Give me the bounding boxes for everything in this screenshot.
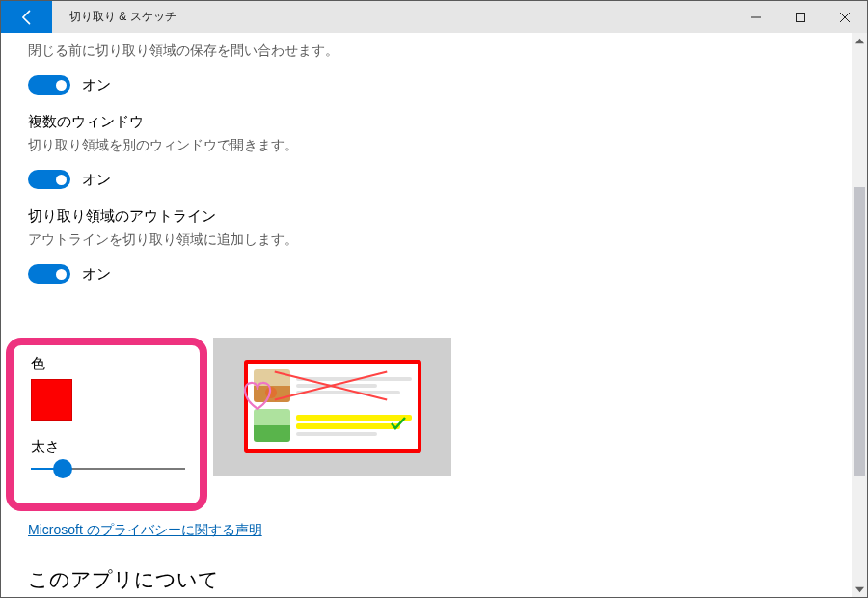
minimize-icon — [751, 13, 761, 22]
about-heading: このアプリについて — [28, 566, 852, 593]
svg-rect-0 — [797, 13, 805, 21]
chevron-up-icon — [855, 37, 864, 45]
confirm-save-description: 閉じる前に切り取り領域の保存を問い合わせます。 — [28, 41, 823, 61]
confirm-save-toggle-label: オン — [82, 76, 111, 95]
app-title: 切り取り & スケッチ — [52, 1, 734, 33]
preview-row-1 — [254, 367, 412, 404]
color-swatch[interactable] — [31, 379, 72, 421]
slider-thumb[interactable] — [53, 459, 72, 478]
close-icon — [840, 13, 850, 22]
window-controls — [734, 1, 867, 33]
color-label: 色 — [31, 355, 182, 373]
preview-thumb-icon — [254, 409, 290, 442]
multi-window-toggle-label: オン — [82, 171, 111, 189]
heart-icon — [238, 378, 277, 412]
scrollbar-thumb[interactable] — [854, 187, 865, 476]
preview-row-2 — [254, 407, 412, 444]
maximize-button[interactable] — [778, 1, 823, 33]
scroll-down-button[interactable] — [852, 582, 867, 597]
confirm-save-toggle[interactable] — [28, 75, 70, 95]
multi-window-description: 切り取り領域を別のウィンドウで開きます。 — [28, 135, 823, 155]
scroll-up-button[interactable] — [852, 33, 867, 48]
outline-toggle[interactable] — [28, 264, 70, 284]
outline-toggle-label: オン — [82, 265, 111, 284]
multi-window-toggle-row: オン — [28, 169, 823, 190]
privacy-statement-link[interactable]: Microsoft のプライバシーに関する声明 — [28, 522, 262, 539]
outline-style-highlight: 色 太さ — [6, 338, 207, 511]
chevron-down-icon — [855, 585, 864, 594]
outline-toggle-row: オン — [28, 263, 823, 285]
multi-window-heading: 複数のウィンドウ — [28, 113, 823, 131]
app-window: 切り取り & スケッチ 閉じる前に切り取り領域の保存を問い合わせます。 オン 複… — [0, 0, 868, 598]
confirm-save-toggle-row: オン — [28, 74, 823, 95]
outline-preview-inner — [244, 360, 421, 453]
thickness-slider[interactable] — [31, 468, 185, 470]
vertical-scrollbar[interactable] — [852, 33, 867, 597]
outline-description: アウトラインを切り取り領域に追加します。 — [28, 230, 823, 250]
check-icon — [391, 417, 406, 434]
close-button[interactable] — [823, 1, 867, 33]
maximize-icon — [796, 13, 805, 22]
arrow-left-icon — [17, 8, 37, 27]
outline-preview — [213, 338, 451, 476]
minimize-button[interactable] — [734, 1, 778, 33]
multi-window-toggle[interactable] — [28, 170, 70, 189]
titlebar: 切り取り & スケッチ — [1, 1, 867, 33]
thickness-label: 太さ — [31, 438, 182, 456]
settings-content: 閉じる前に切り取り領域の保存を問い合わせます。 オン 複数のウィンドウ 切り取り… — [1, 33, 852, 597]
outline-heading: 切り取り領域のアウトライン — [28, 207, 823, 226]
back-button[interactable] — [1, 1, 52, 33]
